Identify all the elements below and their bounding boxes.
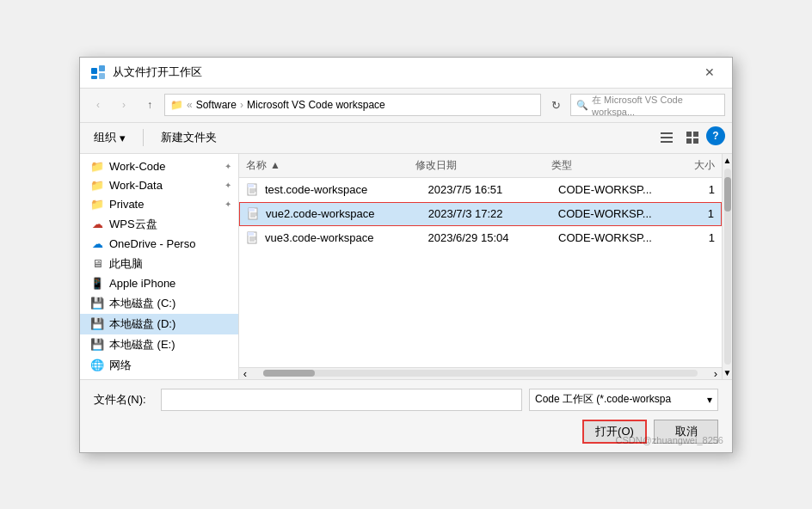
organize-button[interactable]: 组织 ▾ (87, 128, 132, 147)
nav-forward-button[interactable]: › (113, 94, 135, 116)
folder-icon: 📁 (90, 198, 104, 212)
svg-rect-6 (661, 141, 673, 143)
sidebar-label-c: 本地磁盘 (C:) (109, 296, 175, 311)
search-box[interactable]: 🔍 在 Microsoft VS Code workspa... (570, 94, 725, 116)
sidebar-label-wps: WPS云盘 (109, 217, 157, 232)
table-row[interactable]: test.code-workspace 2023/7/5 16:51 CODE-… (239, 178, 722, 202)
sidebar-label-this-pc: 此电脑 (109, 256, 143, 272)
sidebar-item-wps-cloud[interactable]: ☁ WPS云盘 (80, 214, 238, 235)
sidebar-label-network: 网络 (109, 358, 132, 373)
view-list-button[interactable] (655, 126, 679, 149)
breadcrumb-software[interactable]: Software (196, 99, 237, 111)
nav-back-button[interactable]: ‹ (87, 94, 109, 116)
pin-icon: ✦ (225, 162, 231, 171)
filename-input[interactable] (161, 389, 522, 411)
sidebar-label-iphone: Apple iPhone (109, 277, 175, 290)
disk-icon: 💾 (90, 297, 104, 310)
sidebar-item-private[interactable]: 📁 Private ✦ (80, 195, 238, 214)
organize-label: 组织 (94, 130, 116, 145)
breadcrumb-workspace[interactable]: Microsoft VS Code workspace (247, 99, 385, 111)
sidebar-item-local-c[interactable]: 💾 本地磁盘 (C:) (80, 293, 238, 314)
search-placeholder: 在 Microsoft VS Code workspa... (592, 94, 719, 117)
file-icon (246, 183, 260, 197)
file-name: test.code-workspace (265, 183, 428, 196)
toolbar-separator (143, 129, 144, 146)
sidebar-item-local-d[interactable]: 💾 本地磁盘 (D:) (80, 314, 238, 334)
file-date: 2023/7/3 17:22 (428, 207, 558, 220)
file-date: 2023/7/5 16:51 (428, 183, 559, 196)
sidebar-label-work-code: Work-Code (109, 160, 166, 173)
svg-rect-2 (99, 73, 105, 79)
close-button[interactable]: ✕ (698, 64, 722, 81)
sidebar-label-onedrive: OneDrive - Perso (109, 237, 195, 250)
svg-rect-17 (249, 208, 255, 212)
sidebar-label-e: 本地磁盘 (E:) (109, 337, 175, 353)
sidebar-label-work-data: Work-Data (109, 179, 163, 192)
pin-icon: ✦ (225, 181, 231, 190)
main-content: 📁 Work-Code ✦ 📁 Work-Data ✦ 📁 Private ✦ … (80, 154, 732, 379)
details-view-icon (686, 131, 699, 144)
svg-rect-22 (248, 232, 254, 236)
view-buttons: ? (655, 126, 725, 149)
new-folder-button[interactable]: 新建文件夹 (154, 128, 224, 147)
breadcrumb[interactable]: 📁 « Software › Microsoft VS Code workspa… (164, 94, 541, 116)
hscroll-thumb (263, 370, 315, 377)
sidebar-item-this-pc[interactable]: 🖥 此电脑 (80, 254, 238, 274)
cloud-onedrive-icon: ☁ (90, 237, 104, 251)
sidebar-item-work-data[interactable]: 📁 Work-Data ✦ (80, 176, 238, 195)
file-size: 1 (675, 207, 714, 220)
file-type: CODE-WORKSP... (558, 207, 675, 220)
view-details-button[interactable] (680, 126, 704, 149)
dialog-title: 从文件打开工作区 (113, 64, 691, 80)
filetype-label: Code 工作区 (*.code-workspa (535, 392, 671, 407)
table-row[interactable]: vue3.code-workspace 2023/6/29 15:04 CODE… (239, 226, 722, 250)
svg-rect-10 (693, 138, 698, 144)
sidebar-label-private: Private (109, 198, 144, 211)
svg-rect-0 (91, 68, 97, 74)
sidebar-item-apple-iphone[interactable]: 📱 Apple iPhone (80, 274, 238, 293)
file-size: 1 (676, 183, 715, 196)
sidebar-item-local-e[interactable]: 💾 本地磁盘 (E:) (80, 334, 238, 355)
hscroll-track (263, 370, 698, 377)
phone-icon: 📱 (90, 277, 104, 291)
filetype-arrow-icon: ▾ (707, 394, 712, 406)
file-name: vue2.code-workspace (266, 207, 428, 220)
app-icon (90, 64, 106, 80)
col-header-name[interactable]: 名称 ▲ (246, 158, 415, 173)
sidebar-item-work-code[interactable]: 📁 Work-Code ✦ (80, 157, 238, 176)
horizontal-scrollbar[interactable]: ‹ › (239, 367, 722, 379)
watermark: CSDN@zhuangwei_8256 (615, 435, 723, 445)
pc-icon: 🖥 (90, 257, 104, 271)
sort-arrow-icon: ▲ (270, 159, 280, 171)
folder-icon: 📁 (90, 160, 104, 174)
table-row[interactable]: vue2.code-workspace 2023/7/3 17:22 CODE-… (239, 202, 722, 226)
refresh-button[interactable]: ↻ (544, 94, 567, 116)
filetype-select[interactable]: Code 工作区 (*.code-workspa ▾ (529, 389, 718, 411)
file-type: CODE-WORKSP... (558, 183, 675, 196)
help-button[interactable]: ? (706, 126, 725, 145)
file-type: CODE-WORKSP... (558, 231, 675, 244)
nav-up-button[interactable]: ↑ (138, 94, 161, 116)
new-folder-label: 新建文件夹 (161, 130, 217, 145)
col-header-size[interactable]: 大小 (674, 158, 715, 173)
vertical-scrollbar[interactable]: ▲ ▼ (722, 154, 732, 379)
cloud-wps-icon: ☁ (90, 218, 104, 231)
address-bar: ‹ › ↑ 📁 « Software › Microsoft VS Code w… (80, 89, 732, 123)
file-list-header: 名称 ▲ 修改日期 类型 大小 (239, 154, 722, 178)
filename-row: 文件名(N): Code 工作区 (*.code-workspa ▾ (94, 389, 718, 411)
svg-rect-4 (661, 132, 673, 134)
col-header-type[interactable]: 类型 (551, 158, 674, 173)
sidebar-item-network[interactable]: 🌐 网络 (80, 355, 238, 376)
disk-icon: 💾 (90, 338, 104, 352)
file-area: 名称 ▲ 修改日期 类型 大小 (239, 154, 722, 379)
svg-rect-8 (693, 132, 698, 137)
col-header-date[interactable]: 修改日期 (415, 158, 551, 173)
search-icon: 🔍 (576, 100, 588, 111)
title-bar: 从文件打开工作区 ✕ (80, 58, 732, 89)
sidebar-item-onedrive[interactable]: ☁ OneDrive - Perso (80, 235, 238, 254)
toolbar: 组织 ▾ 新建文件夹 (80, 123, 732, 154)
sidebar-label-d: 本地磁盘 (D:) (109, 316, 175, 332)
svg-rect-1 (99, 65, 105, 71)
organize-arrow-icon: ▾ (120, 132, 126, 144)
file-icon (247, 207, 261, 221)
